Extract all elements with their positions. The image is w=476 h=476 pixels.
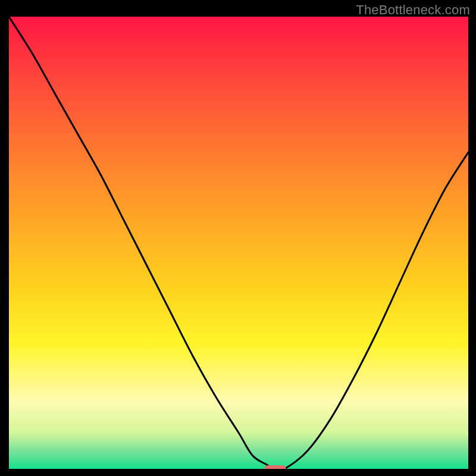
chart-marker — [265, 465, 286, 469]
chart-plot-area — [9, 17, 468, 469]
watermark-label: TheBottleneck.com — [356, 2, 470, 18]
chart-svg — [9, 17, 468, 469]
chart-frame: TheBottleneck.com — [0, 0, 476, 476]
chart-background — [9, 17, 468, 469]
